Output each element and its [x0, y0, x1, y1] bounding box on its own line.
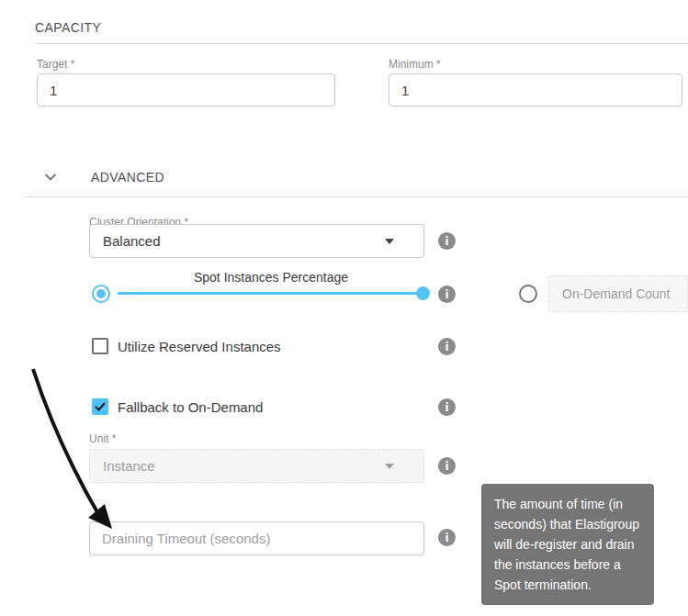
unit-select: Instance: [89, 449, 424, 483]
capacity-section-title: CAPACITY: [35, 20, 101, 35]
fallback-to-on-demand-label: Fallback to On-Demand: [118, 399, 263, 415]
on-demand-count-radio[interactable]: [519, 285, 537, 303]
cluster-orientation-value: Balanced: [103, 233, 161, 249]
unit-info-icon[interactable]: i: [438, 457, 456, 475]
chevron-down-icon: [42, 170, 59, 185]
target-field-label: Target *: [37, 58, 74, 71]
spot-percentage-radio[interactable]: [92, 285, 110, 303]
fallback-to-on-demand-checkbox[interactable]: [92, 398, 108, 415]
minimum-input[interactable]: [389, 73, 682, 106]
advanced-divider: [26, 196, 688, 197]
spot-percentage-slider[interactable]: [118, 292, 423, 295]
advanced-section-header[interactable]: ADVANCED: [42, 170, 164, 185]
cluster-orientation-select[interactable]: Balanced: [89, 224, 424, 258]
draining-timeout-info-icon[interactable]: i: [438, 529, 456, 546]
cluster-orientation-info-icon[interactable]: i: [438, 232, 456, 250]
spot-percentage-info-icon[interactable]: i: [438, 286, 456, 303]
draining-timeout-input[interactable]: [89, 521, 424, 555]
advanced-section-title: ADVANCED: [91, 170, 164, 185]
target-input[interactable]: [37, 73, 335, 106]
unit-value: Instance: [103, 458, 155, 474]
utilize-reserved-instances-checkbox[interactable]: [92, 338, 108, 354]
unit-label: Unit *: [89, 432, 116, 445]
utilize-reserved-instances-info-icon[interactable]: i: [438, 338, 456, 355]
capacity-divider: [35, 43, 688, 44]
on-demand-count-input: On-Demand Count: [548, 275, 688, 312]
spot-instances-percentage-label: Spot Instances Percentage: [118, 270, 424, 285]
fallback-to-on-demand-info-icon[interactable]: i: [438, 398, 456, 416]
caret-down-icon: [385, 464, 394, 469]
on-demand-count-placeholder: On-Demand Count: [562, 286, 671, 301]
draining-timeout-tooltip: The amount of time (in seconds) that Ela…: [481, 484, 654, 605]
minimum-field-label: Minimum *: [389, 58, 441, 71]
elastigroup-capacity-form: { "colors": {"accent": "#4fc3f7", "toolt…: [0, 0, 688, 616]
spot-percentage-slider-thumb[interactable]: [416, 286, 430, 300]
utilize-reserved-instances-label: Utilize Reserved Instances: [118, 339, 281, 354]
radio-dot: [96, 289, 106, 298]
caret-down-icon: [385, 239, 394, 244]
checkmark-icon: [94, 400, 107, 413]
